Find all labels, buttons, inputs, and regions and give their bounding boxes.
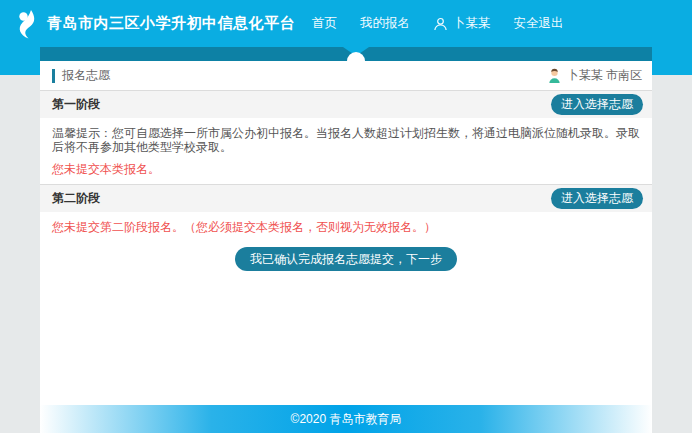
nav-item-my-registration[interactable]: 我的报名 [360, 15, 410, 32]
section-stage1-header: 第一阶段 进入选择志愿 [40, 90, 652, 118]
stage1-warning-text: 您未提交本类报名。 [40, 154, 652, 184]
user-info: 卜某某 市南区 [547, 67, 642, 84]
confirm-row: 我已确认完成报名志愿提交，下一步 [40, 244, 652, 271]
topbar: 青岛市内三区小学升初中信息化平台 首页 我的报名 卜某某 安全退出 [0, 0, 692, 47]
stage1-tip-text: 温馨提示：您可自愿选择一所市属公办初中报名。当报名人数超过计划招生数，将通过电脑… [40, 118, 652, 154]
breadcrumb-title: 报名志愿 [62, 67, 110, 84]
page-title: 青岛市内三区小学升初中信息化平台 [47, 14, 295, 33]
stage2-warning-text: 您未提交第二阶段报名。（您必须提交本类报名，否则视为无效报名。） [40, 212, 652, 244]
user-name-district: 卜某某 市南区 [567, 67, 642, 84]
breadcrumb: 报名志愿 [52, 67, 110, 84]
confirm-next-step-button[interactable]: 我已确认完成报名志愿提交，下一步 [235, 247, 457, 271]
nav-item-user[interactable]: 卜某某 [433, 15, 491, 32]
stage2-enter-volunteer-button[interactable]: 进入选择志愿 [551, 188, 643, 209]
section-stage2-header: 第二阶段 进入选择志愿 [40, 184, 652, 212]
breadcrumb-row: 报名志愿 卜某某 市南区 [40, 61, 652, 90]
stage2-title: 第二阶段 [52, 190, 100, 207]
footer: ©2020 青岛市教育局 [40, 405, 652, 433]
platform-logo-icon [14, 9, 40, 39]
nav-item-home[interactable]: 首页 [312, 15, 337, 32]
nav-item-logout[interactable]: 安全退出 [514, 15, 564, 32]
subbar [40, 47, 652, 61]
content-card: 报名志愿 卜某某 市南区 第一阶段 进入选择志愿 温馨提示：您可自愿选择一所市属… [40, 61, 652, 405]
user-outline-icon [433, 17, 448, 31]
stage1-enter-volunteer-button[interactable]: 进入选择志愿 [551, 94, 643, 115]
main-nav: 首页 我的报名 卜某某 安全退出 [312, 15, 587, 32]
footer-copyright: ©2020 青岛市教育局 [291, 411, 402, 428]
stage1-title: 第一阶段 [52, 96, 100, 113]
breadcrumb-accent-bar [52, 69, 55, 83]
nav-user-name: 卜某某 [453, 15, 491, 32]
avatar-icon [547, 68, 562, 83]
